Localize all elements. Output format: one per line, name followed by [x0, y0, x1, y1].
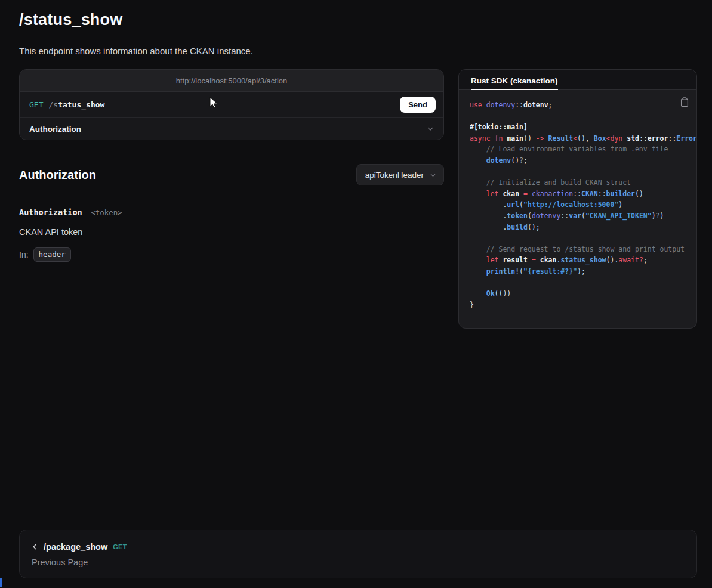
- param-description: CKAN API token: [19, 227, 444, 237]
- scroll-indicator: [0, 578, 2, 587]
- param-location-row: In: header: [19, 247, 444, 262]
- request-auth-label: Authorization: [29, 125, 81, 134]
- param-type: <token>: [91, 208, 122, 217]
- previous-page-card[interactable]: /package_show GET Previous Page: [19, 530, 697, 578]
- auth-param-row: Authorization <token>: [19, 207, 444, 218]
- tab-rust-sdk[interactable]: Rust SDK (ckanaction): [471, 72, 558, 90]
- clipboard-icon[interactable]: [680, 97, 689, 109]
- chevron-left-icon: [32, 543, 38, 550]
- endpoint-path: /status_show: [48, 100, 104, 109]
- param-in-label: In:: [19, 250, 29, 259]
- page-title: /status_show: [19, 11, 697, 29]
- chevron-down-icon: [430, 172, 436, 178]
- code-sample-panel: Rust SDK (ckanaction) use dotenvy::doten…: [458, 69, 697, 329]
- http-method-label: GET: [29, 100, 43, 109]
- base-url-bar[interactable]: http://localhost:5000/api/3/action: [20, 70, 443, 92]
- chevron-down-icon: [427, 125, 434, 132]
- two-column-layout: http://localhost:5000/api/3/action GET /…: [19, 69, 697, 329]
- send-button[interactable]: Send: [400, 97, 436, 113]
- previous-endpoint-method: GET: [113, 543, 127, 550]
- request-row: GET /status_show Send: [20, 92, 443, 118]
- code-tabs-bar: Rust SDK (ckanaction): [459, 70, 696, 90]
- api-reference-page: /status_show This endpoint shows informa…: [0, 0, 712, 588]
- code-sample: use dotenvy::dotenv; #[tokio::main]async…: [470, 100, 696, 310]
- base-url-text: http://localhost:5000/api/3/action: [176, 76, 287, 85]
- code-body: use dotenvy::dotenv; #[tokio::main]async…: [459, 90, 696, 328]
- authorization-heading: Authorization: [19, 168, 96, 182]
- left-column: http://localhost:5000/api/3/action GET /…: [19, 69, 444, 262]
- param-name: Authorization: [19, 208, 82, 217]
- authorization-header-row: Authorization apiTokenHeader: [19, 164, 444, 185]
- endpoint-description: This endpoint shows information about th…: [19, 46, 697, 56]
- param-in-badge: header: [33, 247, 71, 262]
- previous-page-title-row: /package_show GET: [32, 542, 685, 552]
- main-content: /status_show This endpoint shows informa…: [19, 0, 697, 578]
- api-request-card: http://localhost:5000/api/3/action GET /…: [19, 69, 444, 140]
- request-auth-toggle[interactable]: Authorization: [20, 118, 443, 140]
- auth-scheme-select[interactable]: apiTokenHeader: [356, 164, 444, 185]
- previous-page-label: Previous Page: [32, 558, 685, 567]
- previous-endpoint-path: /package_show: [44, 542, 107, 552]
- auth-scheme-value: apiTokenHeader: [365, 171, 424, 180]
